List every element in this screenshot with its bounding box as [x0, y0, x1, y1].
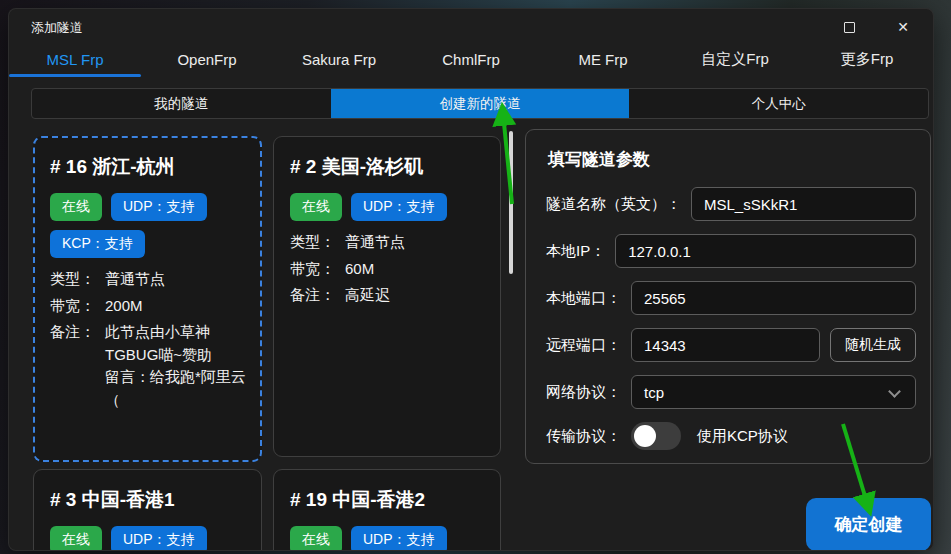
status-online-badge: 在线 [290, 526, 342, 551]
capability-badge: UDP：支持 [351, 526, 447, 551]
node-field-value: 普通节点 [345, 231, 486, 254]
random-generate-button[interactable]: 随机生成 [830, 328, 916, 362]
close-button[interactable]: ✕ [883, 15, 923, 39]
node-field-value: 普通节点 [105, 268, 247, 291]
frp-tab-4[interactable]: ME Frp [537, 41, 669, 77]
status-online-badge: 在线 [290, 193, 342, 221]
node-card-title: # 19 中国-香港2 [290, 487, 486, 513]
node-card-1[interactable]: # 2 美国-洛杉矶在线UDP：支持类型：普通节点带宽：60M备注：高延迟 [273, 136, 501, 457]
frp-tab-2[interactable]: Sakura Frp [273, 41, 405, 77]
node-field-row: 类型：普通节点 [50, 268, 247, 291]
node-field-value: 此节点由小草神TGBUG喵~赞助 留言：给我跑*阿里云（ [105, 321, 247, 411]
node-fields: 类型：普通节点带宽：60M备注：高延迟 [290, 231, 486, 307]
section-nav-tabs: 我的隧道创建新的隧道个人中心 [31, 88, 929, 119]
node-field-label: 带宽： [290, 258, 335, 281]
remote-port-row: 远程端口： 随机生成 [546, 328, 916, 362]
nav-tab-0[interactable]: 我的隧道 [32, 89, 331, 118]
node-field-row: 备注：此节点由小草神TGBUG喵~赞助 留言：给我跑*阿里云（ [50, 321, 247, 411]
node-card-0[interactable]: # 16 浙江-杭州在线UDP：支持KCP：支持类型：普通节点带宽：200M备注… [33, 136, 262, 462]
node-card-2[interactable]: # 3 中国-香港1在线UDP：支持类型：普通节点 [33, 469, 262, 551]
remote-port-label: 远程端口： [546, 336, 621, 355]
window-title: 添加隧道 [31, 19, 83, 37]
panel-title: 填写隧道参数 [548, 148, 916, 171]
node-field-label: 类型： [290, 231, 335, 254]
frp-tab-3[interactable]: ChmlFrp [405, 41, 537, 77]
node-list-scrollbar[interactable] [509, 131, 513, 274]
transport-label: 传输协议： [546, 427, 621, 446]
node-card-title: # 2 美国-洛杉矶 [290, 154, 486, 180]
node-field-label: 类型： [50, 268, 95, 291]
tunnel-name-row: 隧道名称（英文）： [546, 187, 916, 221]
maximize-button[interactable] [829, 15, 869, 39]
local-port-label: 本地端口： [546, 289, 621, 308]
local-ip-label: 本地IP： [546, 242, 605, 261]
local-ip-row: 本地IP： [546, 234, 916, 268]
node-field-value: 高延迟 [345, 284, 486, 307]
capability-badge: KCP：支持 [50, 230, 145, 258]
frp-tab-1[interactable]: OpenFrp [141, 41, 273, 77]
kcp-toggle-knob [634, 425, 656, 447]
protocol-row: 网络协议： tcp [546, 375, 916, 409]
node-badges: 在线UDP：支持 [290, 193, 466, 221]
capability-badge: UDP：支持 [111, 193, 207, 221]
node-field-value: 200M [105, 295, 247, 318]
node-field-row: 备注：高延迟 [290, 284, 486, 307]
node-card-3[interactable]: # 19 中国-香港2在线UDP：支持KCP：支持 [273, 469, 501, 551]
tunnel-name-label: 隧道名称（英文）： [546, 195, 681, 214]
protocol-select[interactable]: tcp [631, 375, 916, 409]
local-ip-input[interactable] [615, 234, 916, 268]
node-field-value: 60M [345, 258, 486, 281]
remote-port-input[interactable] [631, 328, 820, 362]
maximize-icon [844, 22, 855, 33]
protocol-label: 网络协议： [546, 383, 621, 402]
frp-tab-6[interactable]: 更多Frp [801, 41, 933, 77]
node-card-title: # 3 中国-香港1 [50, 487, 247, 513]
title-bar: 添加隧道 ✕ [9, 9, 933, 43]
node-fields: 类型：普通节点带宽：200M备注：此节点由小草神TGBUG喵~赞助 留言：给我跑… [50, 268, 247, 411]
capability-badge: UDP：支持 [111, 526, 207, 551]
node-field-label: 带宽： [50, 295, 95, 318]
status-online-badge: 在线 [50, 526, 102, 551]
window-controls: ✕ [829, 15, 923, 39]
kcp-toggle-caption: 使用KCP协议 [697, 427, 788, 446]
node-field-row: 类型：普通节点 [290, 231, 486, 254]
node-card-title: # 16 浙江-杭州 [50, 154, 247, 180]
status-online-badge: 在线 [50, 193, 102, 221]
tunnel-name-input[interactable] [691, 187, 916, 221]
frp-tab-5[interactable]: 自定义Frp [669, 41, 801, 77]
nav-tab-2[interactable]: 个人中心 [629, 89, 928, 118]
chevron-down-icon [888, 385, 901, 398]
kcp-toggle[interactable] [631, 422, 681, 450]
frp-provider-tabs: MSL FrpOpenFrpSakura FrpChmlFrpME Frp自定义… [9, 41, 933, 77]
node-badges: 在线UDP：支持KCP：支持 [50, 193, 226, 258]
frp-tab-0[interactable]: MSL Frp [9, 41, 141, 77]
add-tunnel-dialog: 添加隧道 ✕ MSL FrpOpenFrpSakura FrpChmlFrpME… [8, 8, 934, 551]
local-port-row: 本地端口： [546, 281, 916, 315]
tunnel-params-panel: 填写隧道参数 隧道名称（英文）： 本地IP： 本地端口： 远程端口： 随机生成 … [525, 129, 931, 464]
local-port-input[interactable] [631, 281, 916, 315]
node-field-row: 带宽：200M [50, 295, 247, 318]
node-field-row: 带宽：60M [290, 258, 486, 281]
transport-row: 传输协议： 使用KCP协议 [546, 422, 916, 450]
nav-tab-1[interactable]: 创建新的隧道 [331, 89, 630, 118]
node-badges: 在线UDP：支持 [50, 526, 226, 551]
node-field-label: 备注： [50, 321, 95, 411]
node-field-label: 备注： [290, 284, 335, 307]
capability-badge: UDP：支持 [351, 193, 447, 221]
node-badges: 在线UDP：支持KCP：支持 [290, 526, 466, 551]
confirm-create-button[interactable]: 确定创建 [806, 498, 931, 551]
close-icon: ✕ [897, 20, 909, 34]
protocol-selected-value: tcp [644, 384, 664, 401]
